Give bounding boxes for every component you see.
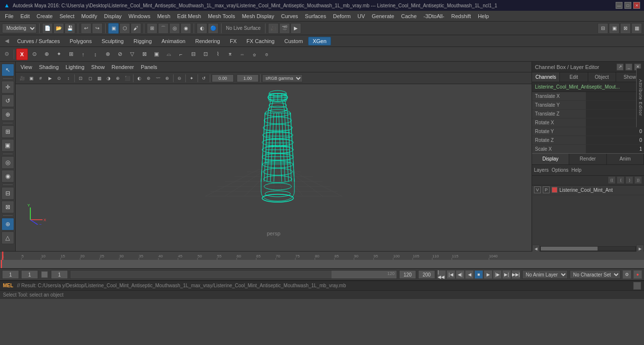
vpt-isolate[interactable]: ⊝: [175, 74, 184, 83]
frame-step-input[interactable]: [51, 270, 68, 279]
open-scene-btn[interactable]: 📂: [53, 23, 64, 34]
resolution-btn[interactable]: ▣: [609, 23, 620, 34]
tab-curves-surfaces[interactable]: Curves / Surfaces: [13, 37, 64, 46]
channel-rotate-z[interactable]: Rotate Z 0: [532, 136, 644, 145]
layer-playback-toggle[interactable]: P: [543, 186, 550, 193]
layer-color-swatch[interactable]: [552, 187, 557, 193]
icon-tool-1[interactable]: ⊙: [28, 48, 40, 60]
tab-sculpting[interactable]: Sculpting: [97, 37, 128, 46]
end-frame-input[interactable]: 120: [399, 270, 416, 279]
menu-mesh[interactable]: Mesh: [154, 12, 173, 20]
scale-tool[interactable]: ⊕: [1, 108, 14, 121]
icon-tool-10[interactable]: ⊠: [138, 48, 150, 60]
vp-menu-show[interactable]: Show: [89, 63, 108, 71]
tab-xgen[interactable]: XGen: [308, 37, 331, 46]
snap-curve-btn[interactable]: ⌒: [158, 23, 169, 34]
multi-cut[interactable]: ⊠: [1, 201, 14, 213]
snap-together[interactable]: ⊕: [1, 218, 14, 230]
tab-custom[interactable]: Custom: [280, 37, 308, 46]
tab-render[interactable]: Render: [569, 154, 606, 164]
icon-tool-11[interactable]: ▣: [151, 48, 162, 60]
prev-key-btn[interactable]: ◀|: [456, 270, 465, 279]
vpt-aa[interactable]: ⊛: [163, 74, 172, 83]
attr-editor-side-tab[interactable]: Attribute Editor: [636, 69, 644, 127]
status-icon[interactable]: [633, 282, 641, 290]
menu-create[interactable]: Create: [34, 12, 56, 20]
show-manip-tool[interactable]: ▣: [1, 139, 14, 152]
channel-rotate-x[interactable]: Rotate X 0: [532, 118, 644, 127]
vpt-grid[interactable]: #: [36, 74, 45, 83]
channel-translate-x[interactable]: Translate X 0: [532, 92, 644, 101]
rotate-tool[interactable]: ↺: [1, 94, 14, 107]
viewport-canvas[interactable]: LISTERINE persp X Y Z: [16, 84, 532, 240]
icon-tool-18[interactable]: ⎓: [236, 48, 248, 60]
tab-anim[interactable]: Anim: [607, 154, 644, 164]
menu-redshift[interactable]: Redshift: [448, 12, 474, 20]
mode-dropdown[interactable]: Modeling: [2, 23, 37, 33]
menu-edit-mesh[interactable]: Edit Mesh: [174, 12, 204, 20]
current-frame-input[interactable]: 1: [21, 270, 38, 279]
vp-menu-lighting[interactable]: Lighting: [63, 63, 88, 71]
menu-help[interactable]: Help: [475, 12, 492, 20]
layer-nav-next[interactable]: ⟩: [625, 176, 633, 184]
menu-curves[interactable]: Curves: [278, 12, 301, 20]
save-scene-btn[interactable]: 💾: [65, 23, 75, 34]
auto-key-btn[interactable]: ●: [633, 270, 642, 279]
paint-select-btn[interactable]: 🖌: [131, 23, 141, 34]
lasso-select-btn[interactable]: ⬡: [119, 23, 130, 34]
vpt-rotate-x[interactable]: ↺: [200, 74, 208, 83]
skip-to-end-btn[interactable]: ▶▶|: [511, 270, 520, 279]
close-button[interactable]: ✕: [633, 2, 640, 9]
vp-menu-renderer[interactable]: Renderer: [109, 63, 137, 71]
ch-val-ry[interactable]: 0: [586, 127, 644, 136]
snap-view-btn[interactable]: ◉: [180, 23, 191, 34]
layer-nav-last[interactable]: ⟩⟩: [634, 176, 642, 184]
step-fwd-btn[interactable]: ▶|: [502, 270, 511, 279]
ch-val-rz[interactable]: 0: [586, 136, 644, 144]
vp-menu-view[interactable]: View: [18, 63, 35, 71]
paint-select-tool[interactable]: ◉: [1, 170, 14, 183]
step-back-btn[interactable]: |◀: [446, 270, 455, 279]
play-back-btn[interactable]: ◀: [465, 270, 474, 279]
tab-fx-caching[interactable]: FX Caching: [242, 37, 279, 46]
icon-tool-4[interactable]: ⊞: [65, 48, 77, 60]
region-select[interactable]: ⊟: [1, 187, 14, 200]
layer-nav-first[interactable]: ⟨⟨: [608, 176, 616, 184]
menu-modify[interactable]: Modify: [78, 12, 100, 20]
tab-animation[interactable]: Animation: [157, 37, 190, 46]
timeline-ruler[interactable]: 1 5 10 15 20 25 30 35 40 45 50: [0, 252, 644, 260]
scroll-track[interactable]: [541, 247, 635, 251]
channel-translate-y[interactable]: Translate Y 0: [532, 101, 644, 110]
icon-tool-8[interactable]: ⊘: [114, 48, 126, 60]
menu-display[interactable]: Display: [101, 12, 125, 20]
vpt-pick-walk[interactable]: ↕: [64, 74, 73, 83]
icon-tool-16[interactable]: ⌇: [212, 48, 223, 60]
vpt-exposure[interactable]: ⊕: [113, 74, 122, 83]
menu-mesh-tools[interactable]: Mesh Tools: [205, 12, 238, 20]
vpt-look-through[interactable]: ⊙: [55, 74, 64, 83]
skip-to-start-btn[interactable]: |◀◀: [437, 270, 446, 279]
anim-layer-select[interactable]: No Anim Layer: [522, 270, 568, 279]
tab-object[interactable]: Object: [588, 72, 616, 82]
coord-x-input[interactable]: 0.00: [212, 74, 234, 82]
aspect-btn[interactable]: ⊠: [620, 23, 631, 34]
maximize-button[interactable]: □: [624, 2, 631, 9]
menu-generate[interactable]: Generate: [369, 12, 397, 20]
gamma-select[interactable]: sRGB gamma: [262, 74, 303, 82]
snap-grid-btn[interactable]: ⊞: [147, 23, 157, 34]
icon-tool-7[interactable]: ⊗: [102, 48, 113, 60]
make-live-btn[interactable]: ◐: [197, 23, 207, 34]
vpt-lighting-mode[interactable]: ◑: [104, 74, 113, 83]
menu-mesh-display[interactable]: Mesh Display: [239, 12, 277, 20]
icon-tool-5[interactable]: ↑: [77, 48, 89, 60]
freeze-transform[interactable]: △: [1, 231, 14, 244]
vpt-film[interactable]: ▣: [27, 74, 36, 83]
region-btn[interactable]: ▦: [631, 23, 642, 34]
menu-file[interactable]: File: [2, 12, 17, 20]
layer-item[interactable]: V P Listerine_Cool_Mint_Ant: [532, 185, 644, 195]
vpt-ssao[interactable]: ◐: [135, 74, 144, 83]
menu-deform[interactable]: Deform: [330, 12, 354, 20]
select-tool-btn[interactable]: ▣: [108, 23, 119, 34]
select-tool[interactable]: ↖: [1, 64, 14, 76]
undo-btn[interactable]: ↩: [81, 23, 91, 34]
